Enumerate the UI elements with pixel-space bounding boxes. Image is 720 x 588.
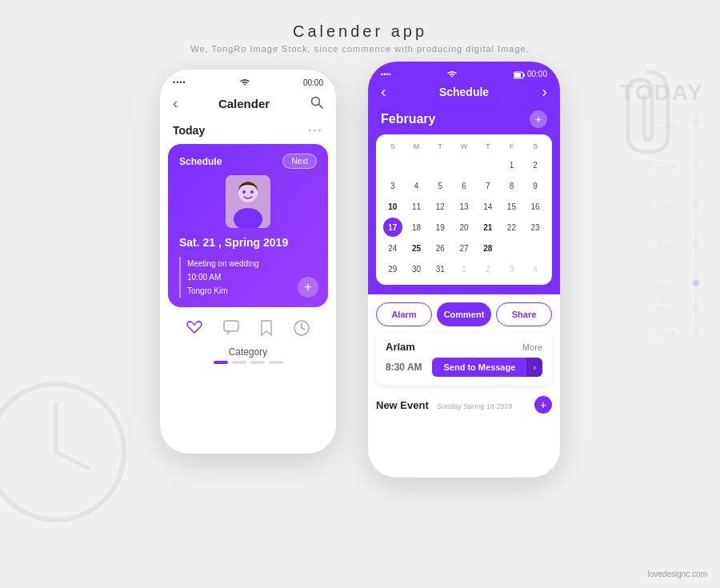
event-more-button[interactable]: More <box>522 342 542 352</box>
cal-day-25[interactable]: 25 <box>407 238 426 258</box>
cal-day-18[interactable]: 18 <box>407 218 426 237</box>
month-name: February <box>381 112 435 126</box>
cal-day-12[interactable]: 12 <box>430 197 450 216</box>
cal-day-next-4[interactable]: 4 <box>526 259 545 278</box>
cal-day-8[interactable]: 8 <box>502 176 521 195</box>
today-label: Today <box>173 124 205 137</box>
weekday-headers: S M T W T F S <box>381 141 547 152</box>
nav-chat-icon[interactable] <box>223 320 239 340</box>
svg-point-23 <box>242 190 246 194</box>
phone-left: •••• 00:00 ‹ Calender Today ··· Schedule… <box>160 70 336 454</box>
main-content: •••• 00:00 ‹ Calender Today ··· Schedule… <box>0 54 720 478</box>
cal-day[interactable] <box>454 155 474 174</box>
cal-day[interactable] <box>526 238 545 258</box>
nav-bookmark-icon[interactable] <box>260 320 273 340</box>
cal-day[interactable] <box>407 155 426 174</box>
event-details: Meeting on wedding 10:00 AM Tongro Kim <box>179 257 317 298</box>
category-dot-1[interactable] <box>214 361 228 364</box>
svg-line-19 <box>318 104 322 108</box>
battery-time: 00:00 <box>303 78 323 87</box>
cal-day-30[interactable]: 30 <box>407 259 426 278</box>
schedule-header: ‹ Schedule › <box>368 79 560 107</box>
event-time: 10:00 AM <box>187 270 317 284</box>
category-dot-4[interactable] <box>269 361 283 364</box>
cal-day-19[interactable]: 19 <box>430 218 450 237</box>
nav-bar-left: ‹ Calender <box>160 92 336 118</box>
cal-day[interactable] <box>502 238 521 258</box>
event-card-header: Arlam More <box>386 341 542 353</box>
new-event-add-button[interactable]: + <box>534 396 552 414</box>
schedule-forward-button[interactable]: › <box>542 82 547 101</box>
event-date: Sat. 21 , Spring 2019 <box>179 236 317 249</box>
back-button[interactable]: ‹ <box>173 95 178 112</box>
nav-heart-icon[interactable] <box>186 320 202 340</box>
cal-day-3[interactable]: 3 <box>383 176 402 195</box>
share-button[interactable]: Share <box>496 302 552 326</box>
cal-day-26[interactable]: 26 <box>430 238 450 258</box>
schedule-label: Schedule <box>179 156 222 167</box>
send-message-button[interactable]: Send to Message <box>432 358 526 377</box>
calendar-days: 1 2 3 4 5 6 7 8 9 10 11 12 13 14 15 <box>381 155 547 278</box>
cal-day-5[interactable]: 5 <box>430 176 450 195</box>
cal-day-next-3[interactable]: 3 <box>502 259 521 278</box>
cal-day-29[interactable]: 29 <box>383 259 402 278</box>
cal-day-28[interactable]: 28 <box>478 238 498 258</box>
event-title: Meeting on wedding <box>187 257 317 270</box>
nav-clock-icon[interactable] <box>294 320 310 340</box>
cal-day-16[interactable]: 16 <box>526 197 545 216</box>
cal-day-22[interactable]: 22 <box>502 218 521 237</box>
cal-day-21[interactable]: 21 <box>478 218 498 237</box>
cal-day-31[interactable]: 31 <box>430 259 450 278</box>
cal-day[interactable] <box>478 155 498 174</box>
send-chevron-button[interactable]: › <box>526 358 542 377</box>
cal-day[interactable] <box>383 155 402 174</box>
weekday-m: M <box>405 141 429 152</box>
cal-day-next-1[interactable]: 1 <box>454 259 474 278</box>
event-time-row: 8:30 AM Send to Message › <box>386 358 542 377</box>
cal-day-10[interactable]: 10 <box>383 197 402 216</box>
cal-day-1[interactable]: 1 <box>502 155 521 174</box>
search-icon[interactable] <box>310 96 323 112</box>
cal-day-13[interactable]: 13 <box>454 197 474 216</box>
cal-day-14[interactable]: 14 <box>478 197 498 216</box>
cal-day-6[interactable]: 6 <box>454 176 474 195</box>
cal-day-7[interactable]: 7 <box>478 176 498 195</box>
page-subtitle: We, TongRo Image Stock, since commence w… <box>0 44 720 54</box>
cal-day-27[interactable]: 27 <box>454 238 474 258</box>
phone-right: •••• 00:00 ‹ Schedule › February + <box>368 62 560 478</box>
category-dots <box>160 361 336 372</box>
add-month-button[interactable]: + <box>530 110 547 128</box>
weekday-t2: T <box>476 141 500 152</box>
cal-day-15[interactable]: 15 <box>502 197 521 216</box>
add-event-button[interactable]: + <box>298 277 318 298</box>
svg-line-28 <box>302 328 305 330</box>
svg-point-24 <box>250 190 254 194</box>
cal-day-23[interactable]: 23 <box>526 218 545 237</box>
schedule-back-button[interactable]: ‹ <box>381 82 386 101</box>
cal-day-2[interactable]: 2 <box>526 155 545 174</box>
today-menu[interactable]: ··· <box>308 123 323 138</box>
alarm-button[interactable]: Alarm <box>376 302 432 326</box>
send-button-wrap: Send to Message › <box>432 358 542 377</box>
new-event-row: New Event Sunday Spring 18 2019 + <box>376 391 552 418</box>
cal-day-4[interactable]: 4 <box>407 176 426 195</box>
category-dot-2[interactable] <box>232 361 246 364</box>
svg-rect-30 <box>524 74 526 77</box>
category-dot-3[interactable] <box>250 361 265 364</box>
next-button[interactable]: Next <box>282 154 317 169</box>
battery-right: 00:00 <box>514 70 547 78</box>
month-row: February + <box>376 107 552 134</box>
cal-day-24[interactable]: 24 <box>383 238 402 258</box>
new-event-date: Sunday Spring 18 2019 <box>437 402 512 410</box>
cal-day-17-today[interactable]: 17 <box>383 218 402 237</box>
cal-day-9[interactable]: 9 <box>526 176 545 195</box>
weekday-s1: S <box>381 141 405 152</box>
cal-day-11[interactable]: 11 <box>407 197 426 216</box>
comment-button[interactable]: Comment <box>437 302 491 326</box>
profile-avatar <box>226 175 270 228</box>
status-bar-left: •••• 00:00 <box>160 70 336 92</box>
calendar-grid: S M T W T F S 1 2 <box>376 134 552 285</box>
cal-day-next-2[interactable]: 2 <box>478 259 498 278</box>
cal-day-20[interactable]: 20 <box>454 218 474 237</box>
cal-day[interactable] <box>430 155 450 174</box>
